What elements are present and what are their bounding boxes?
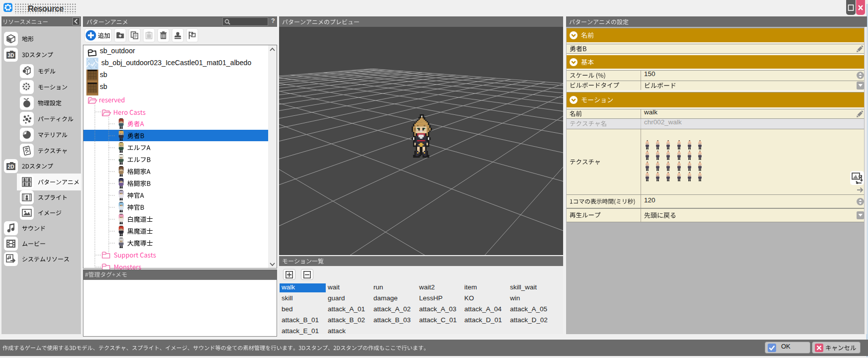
svg-text:2D: 2D: [8, 164, 14, 170]
svg-text:3D: 3D: [8, 53, 14, 58]
